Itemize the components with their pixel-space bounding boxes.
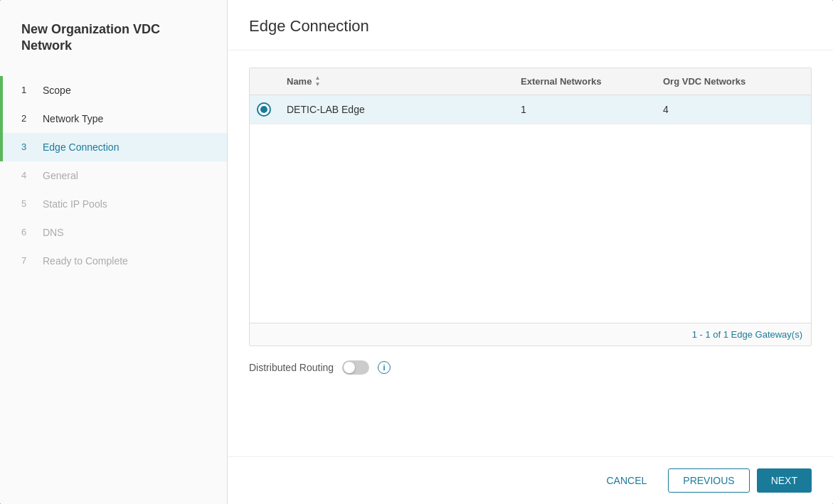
sort-asc-icon[interactable]: ▲ <box>314 75 320 81</box>
cancel-button[interactable]: CANCEL <box>593 468 662 493</box>
step-label: Edge Connection <box>43 141 119 153</box>
next-button[interactable]: NEXT <box>757 468 812 493</box>
th-select <box>250 68 278 95</box>
step-label: Network Type <box>43 113 103 124</box>
table-footer: 1 - 1 of 1 Edge Gateway(s) <box>250 323 811 345</box>
sort-icons[interactable]: ▲ ▼ <box>314 75 320 87</box>
step-number: 6 <box>21 227 34 237</box>
step-label: Static IP Pools <box>43 198 107 210</box>
th-external-networks: External Networks <box>512 68 654 95</box>
table-header: Name ▲ ▼ External Networks Org VDC Netwo… <box>250 68 811 95</box>
row-name-cell: DETIC-LAB Edge <box>278 95 512 124</box>
step-number: 4 <box>21 170 34 181</box>
th-name: Name ▲ ▼ <box>278 68 512 95</box>
distributed-routing-toggle[interactable] <box>342 360 369 375</box>
step-label: Scope <box>43 85 71 96</box>
previous-button[interactable]: PREVIOUS <box>668 468 749 493</box>
distributed-routing-label: Distributed Routing <box>249 362 334 373</box>
sort-desc-icon[interactable]: ▼ <box>314 82 320 87</box>
sidebar: New Organization VDC Network 1 Scope2 Ne… <box>0 0 228 504</box>
main-content: Edge Connection Name ▲ ▼ External Networ… <box>228 0 833 504</box>
row-radio-cell[interactable] <box>250 95 278 124</box>
step-number: 2 <box>21 113 34 124</box>
step-number: 1 <box>21 85 34 95</box>
step-label: Ready to Complete <box>43 255 128 267</box>
sidebar-step-2[interactable]: 2 Network Type <box>0 104 227 133</box>
sidebar-title: New Organization VDC Network <box>0 21 227 76</box>
step-number: 5 <box>21 198 34 209</box>
radio-selected[interactable] <box>258 104 270 115</box>
sidebar-steps: 1 Scope2 Network Type3 Edge Connection4 … <box>0 76 227 504</box>
step-label: General <box>43 170 78 181</box>
th-name-label: Name <box>287 76 312 87</box>
table-body: DETIC-LAB Edge 1 4 <box>250 95 811 323</box>
content-area: Name ▲ ▼ External Networks Org VDC Netwo… <box>228 50 833 456</box>
step-number: 7 <box>21 255 34 266</box>
page-header: Edge Connection <box>228 0 833 50</box>
sidebar-step-4: 4 General <box>0 161 227 190</box>
th-org-vdc-networks: Org VDC Networks <box>654 68 811 95</box>
sidebar-step-7: 7 Ready to Complete <box>0 247 227 275</box>
modal: New Organization VDC Network 1 Scope2 Ne… <box>0 0 833 504</box>
distributed-routing-info-icon[interactable]: i <box>378 361 391 374</box>
step-label: DNS <box>43 227 64 238</box>
row-org-vdc-networks-cell: 4 <box>654 95 811 124</box>
page-title: Edge Connection <box>249 17 812 36</box>
footer-bar: CANCEL PREVIOUS NEXT <box>228 456 833 504</box>
sidebar-step-3[interactable]: 3 Edge Connection <box>0 133 227 161</box>
sidebar-step-6: 6 DNS <box>0 218 227 247</box>
distributed-routing-row: Distributed Routing i <box>249 360 812 375</box>
table-row[interactable]: DETIC-LAB Edge 1 4 <box>250 95 811 124</box>
sidebar-step-1[interactable]: 1 Scope <box>0 76 227 104</box>
sidebar-step-5: 5 Static IP Pools <box>0 190 227 218</box>
edge-connection-table: Name ▲ ▼ External Networks Org VDC Netwo… <box>249 68 812 346</box>
step-number: 3 <box>21 141 34 152</box>
row-external-networks-cell: 1 <box>512 95 654 124</box>
